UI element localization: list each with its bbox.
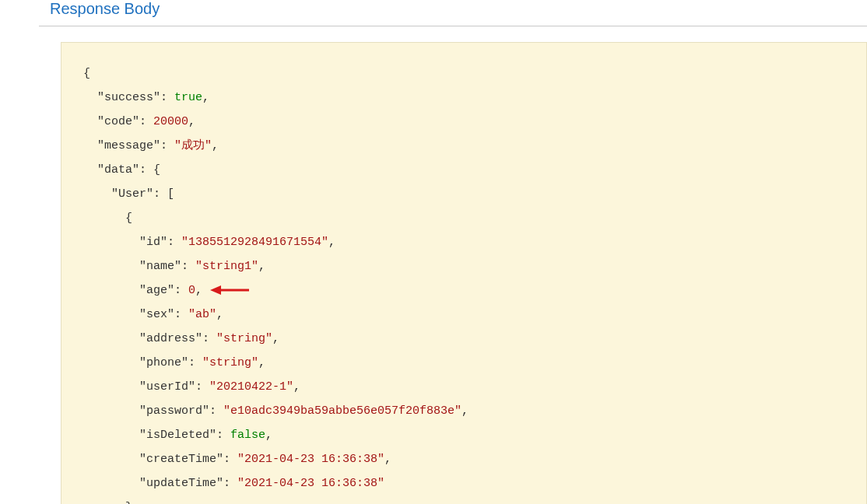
json-key: "password" xyxy=(139,404,209,418)
json-value: "20210422-1" xyxy=(209,380,293,394)
json-line: "success": true, xyxy=(83,86,844,110)
json-key: "isDeleted" xyxy=(139,429,216,442)
json-line: "name": "string1", xyxy=(83,254,844,278)
json-value: "e10adc3949ba59abbe56e057f20f883e" xyxy=(223,404,462,418)
json-line: "phone": "string", xyxy=(83,351,844,375)
json-key: "success" xyxy=(97,91,160,104)
json-line: "password": "e10adc3949ba59abbe56e057f20… xyxy=(83,399,844,423)
json-line: "userId": "20210422-1", xyxy=(83,375,844,399)
section-title: Response Body xyxy=(39,0,867,26)
json-value: "string" xyxy=(202,356,258,369)
json-line: "isDeleted": false, xyxy=(83,423,844,447)
json-line: "id": "1385512928491671554", xyxy=(83,230,844,254)
json-value: "1385512928491671554" xyxy=(181,236,328,249)
json-line: "User": [ xyxy=(83,182,844,206)
json-key: "userId" xyxy=(139,380,195,394)
json-key: "message" xyxy=(97,139,160,152)
json-line: { xyxy=(83,206,844,230)
json-line: "createTime": "2021-04-23 16:36:38", xyxy=(83,447,844,471)
json-value: false xyxy=(230,429,265,442)
json-line: "sex": "ab", xyxy=(83,303,844,327)
json-key: "address" xyxy=(139,332,202,345)
json-value: "ab" xyxy=(188,308,216,321)
json-key: "User" xyxy=(111,187,153,201)
json-key: "code" xyxy=(97,115,139,128)
json-line: "updateTime": "2021-04-23 16:36:38" xyxy=(83,471,844,495)
annotation-arrow-icon xyxy=(210,284,249,296)
json-line-highlighted: "age": 0, xyxy=(83,278,844,303)
code-block: { "success": true, "code": 20000, "messa… xyxy=(61,42,867,504)
svg-marker-1 xyxy=(210,285,221,295)
json-key: "sex" xyxy=(139,308,174,321)
json-value: 20000 xyxy=(153,115,188,128)
response-body-panel: Response Body { "success": true, "code":… xyxy=(0,0,867,504)
json-key: "data" xyxy=(97,163,139,177)
json-value: "2021-04-23 16:36:38" xyxy=(237,453,384,466)
json-line: "code": 20000, xyxy=(83,110,844,134)
json-line: "message": "成功", xyxy=(83,134,844,158)
json-line: "address": "string", xyxy=(83,327,844,351)
json-key: "id" xyxy=(139,236,167,249)
json-key: "phone" xyxy=(139,356,188,369)
json-value: "2021-04-23 16:36:38" xyxy=(237,477,384,490)
json-value: 0 xyxy=(188,284,195,297)
json-value: "string1" xyxy=(195,260,258,273)
json-value: true xyxy=(174,91,202,104)
json-value: "string" xyxy=(216,332,272,345)
json-line: "data": { xyxy=(83,158,844,182)
json-value: "成功" xyxy=(174,139,212,152)
json-key: "updateTime" xyxy=(139,477,223,490)
json-key: "createTime" xyxy=(139,453,223,466)
json-key: "name" xyxy=(139,260,181,273)
json-line: } xyxy=(83,495,844,504)
json-key: "age" xyxy=(139,284,174,297)
json-line: { xyxy=(83,61,844,86)
